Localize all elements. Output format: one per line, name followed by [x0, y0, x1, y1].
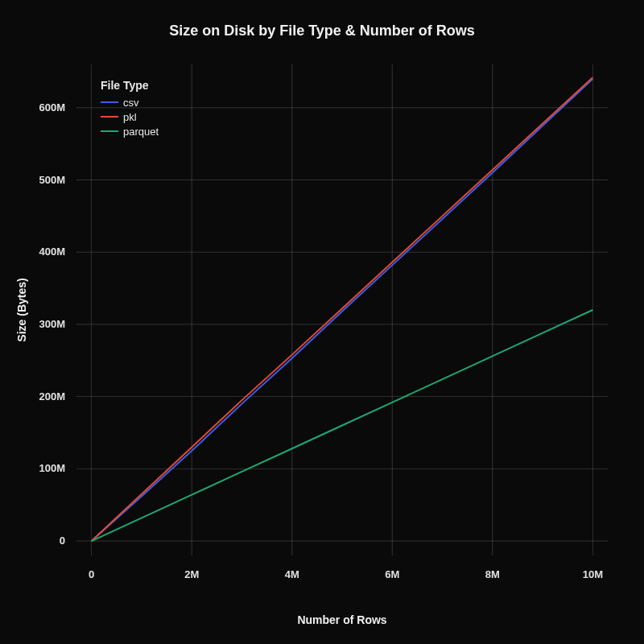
series-line-parquet: [92, 310, 593, 541]
y-tick-label: 300M: [39, 318, 65, 330]
legend-title: File Type: [101, 79, 159, 92]
legend-label: pkl: [123, 111, 137, 123]
legend-item-csv: csv: [101, 95, 159, 109]
x-tick-label: 0: [89, 568, 94, 580]
legend: File Type csvpklparquet: [101, 79, 159, 138]
chart-title: Size on Disk by File Type & Number of Ro…: [0, 23, 644, 39]
y-tick-label: 200M: [39, 390, 65, 402]
legend-label: csv: [123, 97, 139, 109]
chart-container: Size on Disk by File Type & Number of Ro…: [0, 0, 644, 644]
y-tick-label: 400M: [39, 246, 65, 258]
x-tick-label: 10M: [583, 568, 603, 580]
y-tick-label: 100M: [39, 462, 65, 474]
x-tick-label: 8M: [485, 568, 500, 580]
legend-label: parquet: [123, 126, 159, 138]
y-tick-label: 500M: [39, 174, 65, 186]
legend-swatch: [101, 130, 118, 132]
legend-item-pkl: pkl: [101, 109, 159, 124]
y-tick-label: 600M: [39, 101, 65, 114]
x-tick-label: 6M: [385, 568, 399, 580]
legend-swatch: [101, 101, 118, 103]
x-tick-label: 4M: [285, 568, 299, 580]
y-axis-label: Size (Bytes): [15, 278, 28, 341]
series-group: [92, 77, 593, 541]
x-axis-label: Number of Rows: [297, 613, 386, 626]
y-tick-label: 0: [60, 535, 65, 547]
x-tick-label: 2M: [184, 568, 199, 580]
series-line-pkl: [92, 77, 593, 541]
legend-swatch: [101, 116, 118, 118]
legend-item-parquet: parquet: [101, 124, 159, 138]
